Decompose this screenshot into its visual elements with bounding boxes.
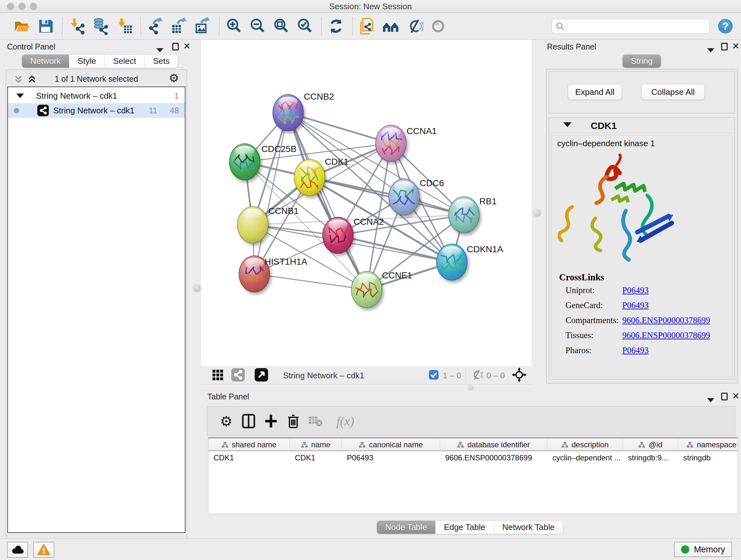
zoom-in-icon[interactable] — [225, 17, 243, 36]
birds-eye-view-icon[interactable] — [212, 368, 225, 382]
column-header-canonical-name[interactable]: canonical name — [342, 438, 440, 451]
tab-style[interactable]: Style — [69, 55, 105, 68]
column-header-shared-name[interactable]: shared name — [208, 438, 290, 451]
cdk1-section: CDK1 cyclin–dependent kinase 1 — [549, 117, 735, 380]
tab-sets[interactable]: Sets — [145, 55, 178, 68]
tab-network[interactable]: Network — [22, 55, 69, 68]
panel-menu-icon[interactable] — [707, 45, 714, 54]
crosslink-label: Tissues: — [565, 330, 622, 340]
network-node-cdc25b[interactable]: CDC25B — [229, 144, 296, 180]
network-node-cdkn1a[interactable]: CDKN1A — [436, 244, 503, 280]
column-header-name[interactable]: name — [290, 438, 342, 451]
network-node-ccne1[interactable]: CCNE1 — [351, 270, 412, 308]
network-options-gear-icon[interactable]: ⚙ — [169, 72, 179, 84]
expand-all-button[interactable]: Expand All — [568, 84, 622, 100]
network-style-icon[interactable] — [231, 368, 245, 383]
panel-float-icon[interactable] — [721, 393, 728, 402]
tab-network-table[interactable]: Network Table — [494, 521, 563, 534]
network-node-cdk1[interactable]: CDK1 — [294, 157, 349, 196]
add-column-icon[interactable] — [261, 411, 281, 431]
export-table-icon[interactable] — [170, 17, 188, 36]
show-columns-icon[interactable] — [239, 411, 259, 431]
panel-close-icon[interactable]: ✕ — [732, 391, 739, 401]
panel-menu-icon[interactable] — [707, 395, 714, 404]
panel-menu-icon[interactable] — [156, 45, 163, 54]
network-row-selected[interactable]: String Network – cdk1 11 48 — [8, 103, 185, 118]
open-session-icon[interactable] — [13, 17, 31, 36]
tab-string[interactable]: String — [623, 55, 661, 68]
column-header-description[interactable]: description — [547, 438, 623, 451]
table-row[interactable]: CDK1CDK1P064939606.ENSP00000378699cyclin… — [208, 452, 738, 464]
panel-float-icon[interactable] — [172, 43, 179, 52]
bottom-status-bar: Memory — [0, 538, 741, 560]
memory-button[interactable]: Memory — [674, 542, 732, 557]
cloud-tasks-button[interactable] — [7, 542, 28, 558]
network-edge[interactable] — [254, 274, 367, 290]
zoom-out-icon[interactable] — [248, 17, 267, 36]
delete-column-icon[interactable] — [283, 411, 304, 431]
panel-float-icon[interactable] — [721, 43, 728, 52]
save-session-icon[interactable] — [37, 17, 55, 36]
toolbar-separator — [352, 17, 353, 35]
column-header-database-identifier[interactable]: database identifier — [440, 438, 547, 451]
clone-network-icon[interactable] — [358, 17, 377, 36]
warnings-button[interactable] — [33, 542, 54, 558]
network-node-ccna1[interactable]: CCNA1 — [376, 125, 437, 162]
table-cell[interactable]: P06493 — [342, 452, 440, 464]
fullscreen-view-icon[interactable] — [254, 368, 268, 383]
network-node-rb1[interactable]: RB1 — [449, 196, 496, 233]
zoom-fit-icon[interactable] — [272, 17, 290, 36]
network-node-ccnb2[interactable]: CCNB2 — [273, 91, 334, 131]
svg-text:?: ? — [722, 20, 729, 32]
network-node-cdc6[interactable]: CDC6 — [389, 178, 444, 215]
import-table-file-icon[interactable] — [115, 17, 133, 36]
search-input[interactable] — [568, 22, 705, 30]
crosslink-value-link[interactable]: P06493 — [622, 346, 649, 355]
crosslink-row: GeneCard:P06493 — [565, 300, 728, 310]
section-expander-icon[interactable] — [563, 122, 571, 127]
table-cell[interactable]: CDK1 — [208, 452, 290, 464]
tab-node-table[interactable]: Node Table — [377, 521, 435, 534]
table-cell[interactable]: stringdb — [678, 452, 738, 464]
table-cell[interactable]: CDK1 — [290, 452, 342, 464]
help-icon[interactable]: ? — [718, 18, 733, 34]
tree-expander-icon[interactable] — [16, 94, 24, 98]
network-status-bar: String Network – cdk1 1 – 0 0 – 0 — [201, 367, 532, 384]
crosslink-value-link[interactable]: 9606.ENSP00000378699 — [622, 315, 710, 325]
import-network-file-icon[interactable] — [68, 17, 86, 36]
column-header-namespace[interactable]: namespace — [678, 438, 738, 451]
network-edge[interactable] — [254, 113, 288, 274]
table-cell[interactable]: cyclin–dependent ... — [547, 452, 623, 464]
panel-close-icon[interactable]: ✕ — [732, 41, 739, 51]
left-splitter-handle[interactable] — [193, 284, 201, 293]
crosslink-value-link[interactable]: 9606.ENSP00000378699 — [622, 330, 710, 340]
show-glass-effect-icon[interactable] — [429, 17, 448, 36]
zoom-selected-icon[interactable] — [295, 17, 314, 36]
node-label: CDC25B — [261, 144, 296, 154]
apply-layout-icon[interactable] — [327, 17, 345, 36]
table-cell[interactable]: stringdb:9... — [623, 452, 678, 464]
cdk1-section-header[interactable]: CDK1 — [549, 118, 734, 133]
pan-crosshair-icon[interactable] — [512, 368, 527, 383]
export-network-icon[interactable] — [146, 17, 165, 36]
network-collection-row[interactable]: String Network – cdk1 1 — [8, 88, 185, 103]
import-network-database-icon[interactable] — [91, 17, 110, 36]
table-options-gear-icon[interactable]: ⚙ — [216, 411, 237, 431]
panel-close-icon[interactable]: ✕ — [183, 41, 191, 51]
tab-edge-table[interactable]: Edge Table — [435, 521, 494, 534]
network-canvas[interactable]: CCNB2CCNA1CDC25BCDK1CDC6RB1CCNB1CCNA2CDK… — [201, 40, 532, 367]
hide-glass-effect-icon[interactable] — [405, 17, 424, 36]
collapse-all-button[interactable]: Collapse All — [641, 84, 705, 100]
network-graph[interactable]: CCNB2CCNA1CDC25BCDK1CDC6RB1CCNB1CCNA2CDK… — [201, 40, 532, 367]
crosslink-value-link[interactable]: P06493 — [622, 300, 649, 310]
crosslink-value-link[interactable]: P06493 — [622, 286, 649, 295]
selected-checkbox-icon[interactable] — [428, 370, 439, 381]
table-cell[interactable]: 9606.ENSP00000378699 — [440, 452, 547, 464]
right-splitter-handle[interactable] — [533, 209, 541, 217]
tab-select[interactable]: Select — [105, 55, 145, 68]
network-node-hist1h1a[interactable]: HIST1H1A — [239, 256, 307, 292]
column-header-id[interactable]: @id — [623, 438, 678, 451]
export-image-icon[interactable] — [193, 17, 212, 36]
network-edge[interactable] — [288, 113, 391, 143]
string-home-icon[interactable] — [382, 17, 400, 36]
